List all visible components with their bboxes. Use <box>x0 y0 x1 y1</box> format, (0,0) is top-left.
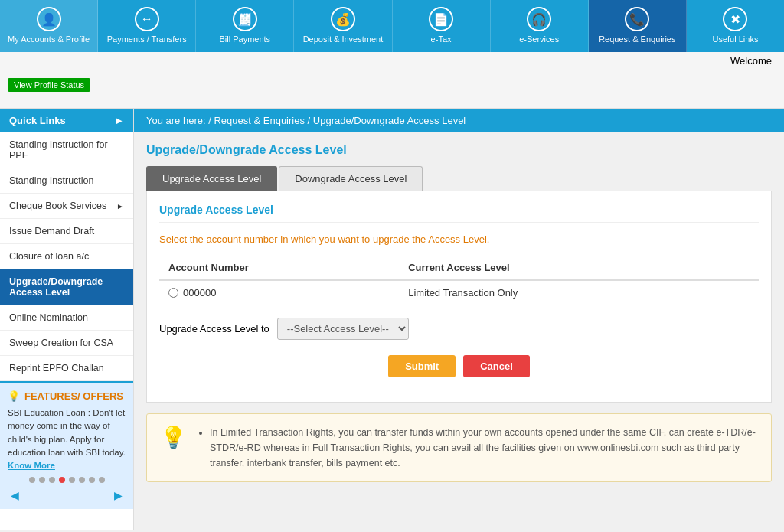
nav-label-bill-payments: Bill Payments <box>219 34 270 44</box>
select-row: Upgrade Access Level to --Select Access … <box>159 318 759 340</box>
sidebar-item-label-2: Cheque Book Services <box>9 201 106 211</box>
nav-item-request[interactable]: 📞 Request & Enquiries <box>589 0 687 52</box>
info-text: In Limited Transaction Rights, you can t… <box>210 425 759 471</box>
col-account-number: Account Number <box>159 256 399 280</box>
features-box: 💡 FEATURES/ OFFERS SBI Education Loan : … <box>0 381 133 509</box>
access-level-cell-0: Limited Transaction Only <box>399 280 759 305</box>
sidebar-item-3[interactable]: Issue Demand Draft <box>0 219 133 244</box>
nav-item-eservices[interactable]: 🎧 e-Services <box>491 0 589 52</box>
carousel-next-button[interactable]: ▶ <box>114 489 122 501</box>
nav-bar: 👤 My Accounts & Profile ↔ Payments / Tra… <box>0 0 784 52</box>
nav-label-useful: Useful Links <box>712 34 758 44</box>
account-radio-0[interactable] <box>168 288 178 298</box>
sidebar-item-0[interactable]: Standing Instruction for PPF <box>0 132 133 168</box>
carousel-dot-4[interactable] <box>69 477 75 483</box>
nav-icon-eservices: 🎧 <box>527 7 551 31</box>
sidebar-header[interactable]: Quick Links ► <box>0 109 133 132</box>
top-navigation: 👤 My Accounts & Profile ↔ Payments / Tra… <box>0 0 784 52</box>
carousel-dot-7[interactable] <box>99 477 105 483</box>
nav-icon-useful: ✖ <box>723 7 747 31</box>
nav-item-bill-payments[interactable]: 🧾 Bill Payments <box>196 0 294 52</box>
page-title: Upgrade/Downgrade Access Level <box>146 143 772 157</box>
nav-label-my-accounts: My Accounts & Profile <box>8 34 90 44</box>
section-title: Upgrade Access Level <box>159 204 759 223</box>
carousel-dot-0[interactable] <box>29 477 35 483</box>
breadcrumb-separator: / <box>308 115 313 126</box>
nav-label-deposit: Deposit & Investment <box>303 34 384 44</box>
nav-label-etax: e-Tax <box>431 34 452 44</box>
features-title: 💡 FEATURES/ OFFERS <box>8 390 126 402</box>
welcome-bar: Welcome <box>0 52 784 70</box>
info-bulb-icon: 💡 <box>159 425 187 450</box>
sidebar-arrow-icon: ► <box>114 115 124 126</box>
col-access-level: Current Access Level <box>399 256 759 280</box>
page-content: Upgrade/Downgrade Access Level Upgrade A… <box>134 132 784 493</box>
nav-icon-etax: 📄 <box>429 7 453 31</box>
welcome-text: Welcome <box>730 55 772 67</box>
button-row: Submit Cancel <box>159 355 759 377</box>
instruction-text: Select the account number in which you w… <box>159 233 759 245</box>
breadcrumb-prefix: You are here: / <box>146 115 211 126</box>
carousel-dot-5[interactable] <box>79 477 85 483</box>
view-profile-status-button[interactable]: View Profile Status <box>8 78 90 92</box>
nav-item-etax[interactable]: 📄 e-Tax <box>393 0 491 52</box>
carousel-dot-3[interactable] <box>59 477 65 483</box>
sidebar-item-6[interactable]: Online Nomination <box>0 305 133 331</box>
breadcrumb-page: Upgrade/Downgrade Access Level <box>313 115 466 126</box>
nav-item-deposit[interactable]: 💰 Deposit & Investment <box>294 0 392 52</box>
nav-item-useful[interactable]: ✖ Useful Links <box>687 0 784 52</box>
account-table: Account Number Current Access Level 0000… <box>159 256 759 305</box>
content-area: You are here: / Request & Enquiries / Up… <box>134 109 784 530</box>
nav-icon-bill-payments: 🧾 <box>233 7 257 31</box>
carousel-dot-2[interactable] <box>49 477 55 483</box>
carousel-prev-button[interactable]: ◀ <box>11 489 19 501</box>
carousel-dots <box>8 472 126 488</box>
info-list: In Limited Transaction Rights, you can t… <box>198 425 759 471</box>
cancel-button[interactable]: Cancel <box>463 355 530 377</box>
nav-icon-payments: ↔ <box>135 7 159 31</box>
carousel-dot-6[interactable] <box>89 477 95 483</box>
sidebar-item-4[interactable]: Closure of loan a/c <box>0 244 133 269</box>
account-number-cell-0: 000000 <box>159 280 399 305</box>
sidebar-item-label-6: Online Nomination <box>9 312 88 323</box>
bulb-icon: 💡 <box>8 390 20 402</box>
carousel-dot-1[interactable] <box>39 477 45 483</box>
sidebar-items: Standing Instruction for PPF Standing In… <box>0 132 133 381</box>
sidebar-item-label-3: Issue Demand Draft <box>9 226 94 237</box>
sidebar-item-label-1: Standing Instruction <box>9 175 94 186</box>
main-layout: Quick Links ► Standing Instruction for P… <box>0 109 784 530</box>
sidebar-item-label-0: Standing Instruction for PPF <box>9 139 124 161</box>
nav-icon-deposit: 💰 <box>331 7 355 31</box>
sidebar-item-5[interactable]: Upgrade/Downgrade Access Level <box>0 269 133 305</box>
tab-0[interactable]: Upgrade Access Level <box>146 166 277 191</box>
nav-icon-my-accounts: 👤 <box>37 7 61 31</box>
nav-item-payments[interactable]: ↔ Payments / Transfers <box>98 0 196 52</box>
features-text: SBI Education Loan : Don't let money com… <box>8 406 126 472</box>
info-box: 💡 In Limited Transaction Rights, you can… <box>146 413 772 482</box>
profile-area: View Profile Status <box>0 70 784 109</box>
sidebar-item-label-4: Closure of loan a/c <box>9 251 89 262</box>
nav-label-request: Request & Enquiries <box>599 34 675 44</box>
sidebar-item-label-8: Reprint EPFO Challan <box>9 363 104 374</box>
tab-1[interactable]: Downgrade Access Level <box>279 166 423 191</box>
select-label: Upgrade Access Level to <box>159 323 270 335</box>
sidebar-item-1[interactable]: Standing Instruction <box>0 168 133 194</box>
know-more-link[interactable]: Know More <box>8 461 55 470</box>
submit-button[interactable]: Submit <box>388 355 456 377</box>
sidebar-item-8[interactable]: Reprint EPFO Challan <box>0 356 133 381</box>
sidebar-item-label-7: Sweep Creation for CSA <box>9 338 113 348</box>
access-level-select[interactable]: --Select Access Level--Full Transaction … <box>277 318 409 340</box>
nav-label-eservices: e-Services <box>519 34 559 44</box>
nav-item-my-accounts[interactable]: 👤 My Accounts & Profile <box>0 0 98 52</box>
nav-icon-request: 📞 <box>625 7 649 31</box>
tab-bar: Upgrade Access LevelDowngrade Access Lev… <box>146 166 772 191</box>
sidebar-item-label-5: Upgrade/Downgrade Access Level <box>9 276 124 298</box>
sidebar-item-2[interactable]: Cheque Book Services ► <box>0 194 133 219</box>
nav-label-payments: Payments / Transfers <box>107 34 187 44</box>
breadcrumb: You are here: / Request & Enquiries / Up… <box>134 109 784 132</box>
account-number-value-0: 000000 <box>183 287 216 299</box>
sidebar: Quick Links ► Standing Instruction for P… <box>0 109 134 530</box>
form-panel: Upgrade Access Level Select the account … <box>146 191 772 403</box>
table-row-0: 000000 Limited Transaction Only <box>159 280 759 305</box>
sidebar-item-7[interactable]: Sweep Creation for CSA <box>0 331 133 356</box>
